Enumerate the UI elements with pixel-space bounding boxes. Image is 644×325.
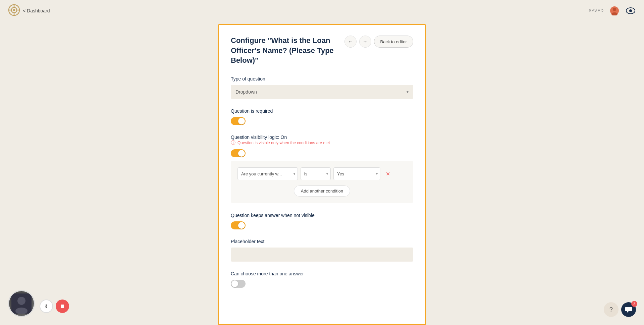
visibility-info-row: ⓘ Question is visible only when the cond… xyxy=(231,140,413,146)
configure-panel: Configure "What is the Loan Officer's Na… xyxy=(218,24,426,325)
type-of-question-section: Type of question Dropdown Short text Lon… xyxy=(231,76,413,99)
can-choose-label: Can choose more than one answer xyxy=(231,271,413,276)
panel-header: Configure "What is the Loan Officer's Na… xyxy=(231,36,413,65)
panel-nav: ← → Back to editor xyxy=(344,36,414,48)
visibility-logic-section: Question visibility logic: On ⓘ Question… xyxy=(231,134,413,203)
condition-remove-button[interactable]: ✕ xyxy=(383,169,392,178)
prev-question-button[interactable]: ← xyxy=(344,36,357,48)
can-choose-toggle[interactable] xyxy=(231,280,246,288)
keeps-answer-toggle-knob xyxy=(238,222,245,229)
user-video-bubble xyxy=(8,290,35,317)
placeholder-text-input[interactable] xyxy=(231,248,413,262)
question-required-toggle[interactable] xyxy=(231,117,246,125)
main-content: Configure "What is the Loan Officer's Na… xyxy=(0,0,644,325)
back-to-editor-button[interactable]: Back to editor xyxy=(374,36,414,48)
eye-preview-icon[interactable] xyxy=(625,5,636,16)
visibility-toggle-container xyxy=(231,149,413,157)
placeholder-text-section: Placeholder text xyxy=(231,239,413,262)
next-question-button[interactable]: → xyxy=(359,36,371,48)
conditions-box: Are you currently w... ▾ is is not ▾ xyxy=(231,161,413,203)
visibility-logic-label: Question visibility logic: On xyxy=(231,134,413,140)
condition-operator-select[interactable]: is is not xyxy=(301,167,331,180)
chat-button[interactable]: 3 xyxy=(621,302,636,317)
svg-point-8 xyxy=(613,8,616,11)
can-choose-section: Can choose more than one answer xyxy=(231,271,413,288)
visibility-logic-toggle[interactable] xyxy=(231,149,246,157)
keeps-answer-label: Question keeps answer when not visible xyxy=(231,213,413,218)
condition-row: Are you currently w... ▾ is is not ▾ xyxy=(237,167,407,180)
condition-value-wrapper: Yes No ▾ xyxy=(333,167,380,180)
back-to-dashboard-link[interactable]: < Dashboard xyxy=(23,8,50,13)
user-video-image xyxy=(9,291,34,316)
condition-value-select[interactable]: Yes No xyxy=(333,167,380,180)
keeps-answer-section: Question keeps answer when not visible xyxy=(231,213,413,229)
type-of-question-select[interactable]: Dropdown Short text Long text Multiple c… xyxy=(231,85,413,99)
visibility-toggle-knob xyxy=(238,150,245,157)
keeps-answer-toggle-container xyxy=(231,221,413,229)
header-left: < Dashboard xyxy=(8,4,50,17)
add-condition-button[interactable]: Add another condition xyxy=(294,185,350,197)
placeholder-text-label: Placeholder text xyxy=(231,239,413,244)
visibility-info-text: Question is visible only when the condit… xyxy=(237,141,330,145)
can-choose-toggle-container xyxy=(231,280,413,288)
stop-recording-button[interactable] xyxy=(56,300,69,313)
keeps-answer-toggle[interactable] xyxy=(231,221,246,229)
type-of-question-dropdown-wrapper: Dropdown Short text Long text Multiple c… xyxy=(231,85,413,99)
user-avatar-icon[interactable] xyxy=(609,5,620,16)
condition-question-select[interactable]: Are you currently w... xyxy=(237,167,298,180)
question-required-toggle-container xyxy=(231,117,413,125)
media-controls: 🎙 xyxy=(40,300,69,313)
info-circle-icon: ⓘ xyxy=(231,140,235,146)
svg-point-2 xyxy=(13,9,15,11)
logo-icon[interactable] xyxy=(8,4,20,17)
microphone-button[interactable]: 🎙 xyxy=(40,300,53,313)
help-controls: ? 3 xyxy=(604,302,636,317)
can-choose-toggle-knob xyxy=(231,280,238,287)
help-button[interactable]: ? xyxy=(604,302,619,317)
saved-status: SAVED xyxy=(589,8,604,13)
question-required-section: Question is required xyxy=(231,108,413,125)
svg-point-13 xyxy=(17,297,25,305)
header: < Dashboard SAVED xyxy=(0,0,644,21)
condition-operator-wrapper: is is not ▾ xyxy=(301,167,331,180)
toggle-knob xyxy=(238,118,245,124)
condition-question-wrapper: Are you currently w... ▾ xyxy=(237,167,298,180)
question-required-label: Question is required xyxy=(231,108,413,114)
type-of-question-label: Type of question xyxy=(231,76,413,82)
panel-title: Configure "What is the Loan Officer's Na… xyxy=(231,36,344,65)
chat-badge-count: 3 xyxy=(631,301,637,307)
header-right: SAVED xyxy=(589,5,636,16)
svg-point-11 xyxy=(629,9,632,12)
svg-rect-15 xyxy=(61,305,64,308)
